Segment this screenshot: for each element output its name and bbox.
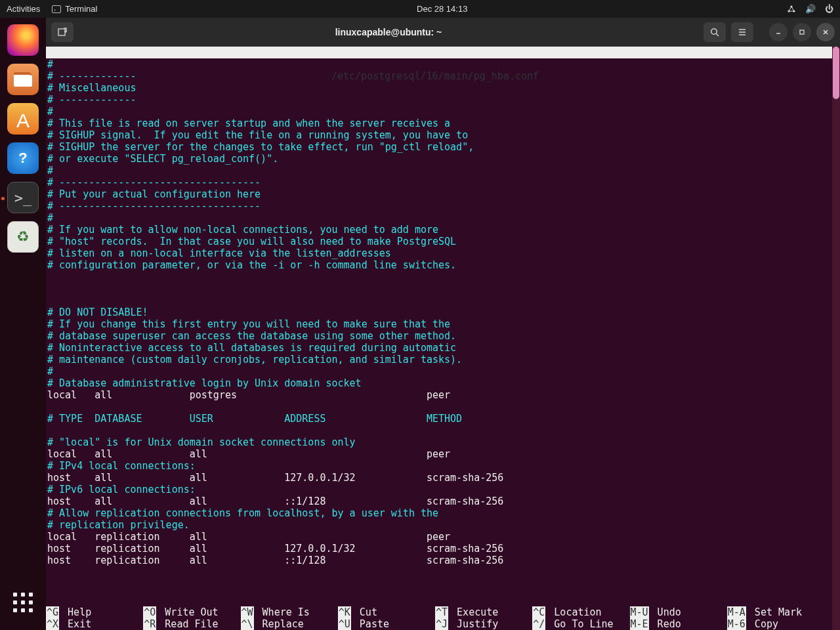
shortcut-label: Replace	[257, 618, 304, 630]
file-line: # SIGHUP the server for the changes to t…	[47, 141, 831, 153]
nano-shortcut: ^K Cut	[338, 606, 435, 618]
shortcut-key: M-6	[727, 618, 746, 630]
dock-files[interactable]	[7, 64, 39, 95]
new-tab-button[interactable]	[51, 22, 74, 42]
shortcut-label: Location	[548, 606, 601, 618]
file-line: # database superuser can access the data…	[47, 330, 831, 342]
nano-shortcut: M-A Set Mark	[727, 606, 824, 618]
shortcut-key: ^C	[532, 606, 545, 618]
shortcut-label: Where Is	[257, 606, 310, 618]
shortcut-key: ^W	[241, 606, 254, 618]
shortcut-label: Paste	[354, 618, 389, 630]
file-line: # TYPE DATABASE USER ADDRESS METHOD	[47, 413, 831, 425]
file-line: # Allow replication connections from loc…	[47, 507, 831, 519]
file-line: # ----------------------------------	[47, 177, 831, 188]
volume-icon[interactable]: 🔊	[805, 4, 816, 14]
file-line: local all all peer	[47, 448, 831, 460]
window-maximize-button[interactable]	[793, 23, 811, 41]
nano-shortcut: ^\ Replace	[241, 618, 338, 630]
terminal-window: linuxcapable@ubuntu: ~ GNU nano 6.2	[46, 18, 840, 630]
file-line: # SIGHUP signal. If you edit the file on…	[47, 129, 831, 141]
shortcut-label: Help	[62, 606, 91, 618]
shortcut-key: ^/	[532, 618, 545, 630]
dock-terminal[interactable]: >_	[7, 182, 39, 213]
file-line: # maintenance (custom daily cronjobs, re…	[47, 354, 831, 366]
nano-shortcut: ^U Paste	[338, 618, 435, 630]
terminal-indicator-icon: ›_	[52, 5, 61, 13]
file-line	[47, 271, 831, 283]
nano-shortcut: ^T Execute	[435, 606, 532, 618]
shortcut-key: M-U	[630, 606, 649, 618]
svg-line-7	[716, 33, 719, 36]
nano-shortcut: M-6 Copy	[727, 618, 824, 630]
nano-shortcut: M-U Undo	[630, 606, 727, 618]
file-content[interactable]: ## -------------# Miscellaneous# -------…	[46, 58, 832, 566]
file-line: # "local" is for Unix domain socket conn…	[47, 436, 831, 448]
shortcut-key: ^G	[46, 606, 59, 618]
shortcut-key: ^X	[46, 618, 59, 630]
file-line: # If you change this first entry you wil…	[47, 318, 831, 330]
file-line: # If you want to allow non-local connect…	[47, 224, 831, 236]
file-line: #	[47, 106, 831, 117]
file-line: # ----------------------------------	[47, 200, 831, 212]
power-icon[interactable]: ⏻	[825, 4, 833, 14]
shortcut-key: ^\	[241, 618, 254, 630]
dock-trash[interactable]: ♻	[7, 221, 39, 253]
window-close-button[interactable]	[816, 23, 835, 41]
file-line: #	[47, 366, 831, 377]
show-applications-button[interactable]	[7, 587, 39, 618]
file-line: host all all 127.0.0.1/32 scram-sha-256	[47, 472, 831, 484]
nano-shortcut: ^J Justify	[435, 618, 532, 630]
app-menu[interactable]: ›_ Terminal	[52, 4, 97, 14]
dock-firefox[interactable]	[7, 24, 39, 56]
file-line: # configuration parameter, or via the -i…	[47, 259, 831, 271]
dock-help[interactable]: ?	[7, 142, 39, 174]
svg-rect-3	[58, 29, 65, 35]
file-line: # -------------	[47, 70, 831, 82]
file-line: # "host" records. In that case you will …	[47, 236, 831, 247]
file-line: host all all ::1/128 scram-sha-256	[47, 495, 831, 507]
dock-software[interactable]: A	[7, 103, 39, 135]
file-line: # -------------	[47, 94, 831, 106]
app-menu-label: Terminal	[65, 4, 97, 14]
file-line: host replication all ::1/128 scram-sha-2…	[47, 555, 831, 566]
activities-button[interactable]: Activities	[7, 4, 40, 14]
svg-point-6	[711, 29, 717, 35]
shortcut-key: M-E	[630, 618, 649, 630]
file-line: local replication all peer	[47, 531, 831, 543]
terminal-scrollbar[interactable]	[832, 47, 840, 630]
shortcut-label: Execute	[451, 606, 498, 618]
shortcut-key: ^K	[338, 606, 351, 618]
window-title: linuxcapable@ubuntu: ~	[79, 27, 698, 37]
file-line	[47, 401, 831, 413]
file-line: # This file is read on server startup an…	[47, 117, 831, 129]
file-line: #	[47, 165, 831, 177]
shortcut-label: Read File	[159, 618, 218, 630]
shortcut-label: Write Out	[159, 606, 218, 618]
nano-shortcut: ^X Exit	[46, 618, 143, 630]
file-line: # Miscellaneous	[47, 82, 831, 94]
menu-button[interactable]	[731, 22, 753, 42]
gnome-top-bar: Activities ›_ Terminal Dec 28 14:13 🔊 ⏻	[0, 0, 840, 18]
shortcut-label: Redo	[652, 618, 681, 630]
shortcut-key: ^R	[143, 618, 156, 630]
nano-shortcut: ^/ Go To Line	[532, 618, 629, 630]
search-button[interactable]	[704, 22, 726, 42]
file-line	[47, 283, 831, 295]
shortcut-label: Undo	[652, 606, 681, 618]
dock: A ? >_ ♻	[0, 18, 46, 630]
nano-shortcut: ^R Read File	[143, 618, 240, 630]
terminal-viewport[interactable]: GNU nano 6.2 /etc/postgresql/16/main/pg_…	[46, 47, 840, 630]
window-minimize-button[interactable]	[769, 23, 788, 41]
file-line: # listen on a non-local interface via th…	[47, 247, 831, 259]
shortcut-key: M-A	[727, 606, 746, 618]
shortcut-label: Justify	[451, 618, 498, 630]
file-line: host replication all 127.0.0.1/32 scram-…	[47, 543, 831, 555]
clock[interactable]: Dec 28 14:13	[97, 4, 787, 14]
nano-shortcut: ^O Write Out	[143, 606, 240, 618]
file-line: #	[47, 212, 831, 224]
file-line: # Database administrative login by Unix …	[47, 377, 831, 389]
scrollbar-thumb[interactable]	[833, 47, 839, 99]
network-icon[interactable]	[787, 5, 796, 13]
nano-shortcut: M-E Redo	[630, 618, 727, 630]
